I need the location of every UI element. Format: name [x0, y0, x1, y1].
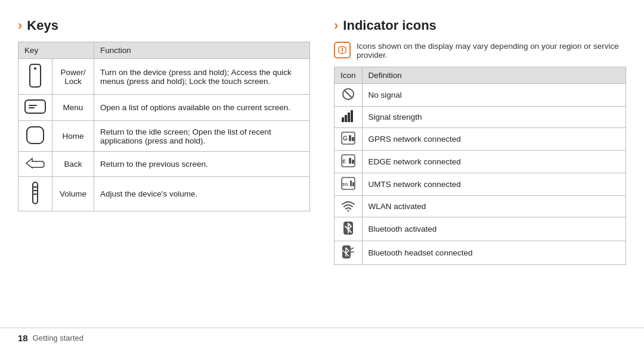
notice-box: Icons shown on the display may vary depe…	[334, 42, 626, 60]
svg-text:E: E	[342, 158, 346, 164]
indicator-icon-gprs: G	[335, 128, 363, 151]
notice-icon	[334, 42, 351, 58]
table-row: Home Return to the idle screen; Open the…	[18, 121, 310, 152]
keys-table: Key Function Power/Lock Turn on the devi…	[18, 42, 310, 211]
svg-rect-15	[342, 117, 344, 122]
svg-text:G: G	[343, 135, 348, 142]
svg-rect-9	[33, 194, 37, 195]
key-function-power: Turn on the device (press and hold); Acc…	[94, 59, 310, 95]
svg-text:3G: 3G	[342, 182, 348, 187]
svg-rect-16	[345, 115, 347, 122]
table-row: E EDGE network connected	[335, 151, 626, 173]
svg-rect-22	[352, 137, 354, 141]
svg-line-34	[351, 248, 354, 250]
keys-col-function: Function	[94, 42, 310, 59]
key-name-back: Back	[52, 152, 94, 177]
chevron-icon: ›	[18, 18, 22, 33]
indicator-icon-bluetooth	[335, 217, 363, 241]
key-function-home: Return to the idle screen; Open the list…	[94, 121, 310, 152]
table-row: No signal	[335, 84, 626, 107]
svg-rect-4	[29, 107, 35, 108]
svg-rect-29	[350, 180, 352, 186]
key-function-menu: Open a list of options available on the …	[94, 95, 310, 121]
key-icon-menu	[18, 95, 52, 121]
indicator-title-text: Indicator icons	[343, 18, 436, 33]
indicator-icon-no-signal	[335, 84, 363, 107]
key-icon-back	[18, 152, 52, 177]
indicator-icon-bluetooth-headset	[335, 241, 363, 265]
indicator-def-bluetooth: Bluetooth activated	[362, 217, 626, 241]
keys-col-key: Key	[18, 42, 94, 59]
table-row: Back Return to the previous screen.	[18, 152, 310, 177]
svg-rect-2	[25, 100, 45, 113]
key-name-home: Home	[52, 121, 94, 152]
page-number: 18	[18, 333, 28, 343]
table-row: Volume Adjust the device's volume.	[18, 177, 310, 211]
keys-title-text: Keys	[27, 18, 58, 33]
svg-rect-8	[33, 190, 37, 191]
table-row: Power/Lock Turn on the device (press and…	[18, 59, 310, 95]
indicator-icon-wlan	[335, 196, 363, 217]
indicator-def-gprs: GPRS network connected	[362, 128, 626, 151]
svg-rect-21	[349, 135, 351, 141]
key-icon-home	[18, 121, 52, 152]
indicator-def-umts: UMTS network connected	[362, 173, 626, 196]
indicator-def-no-signal: No signal	[362, 84, 626, 107]
table-row: Signal strength	[335, 107, 626, 128]
indicator-def-bluetooth-headset: Bluetooth headset connected	[362, 241, 626, 265]
svg-rect-3	[29, 105, 37, 106]
key-name-power: Power/Lock	[52, 59, 94, 95]
indicator-col-icon: Icon	[335, 67, 363, 84]
keys-section: › Keys Key Function	[18, 18, 310, 322]
indicator-col-definition: Definition	[362, 67, 626, 84]
table-row: WLAN activated	[335, 196, 626, 217]
svg-rect-7	[33, 186, 37, 188]
key-function-back: Return to the previous screen.	[94, 152, 310, 177]
key-function-volume: Adjust the device's volume.	[94, 177, 310, 211]
table-row: Bluetooth headset connected	[335, 241, 626, 265]
indicator-icon-signal	[335, 107, 363, 128]
svg-point-31	[347, 210, 349, 212]
indicator-icon-umts: 3G	[335, 173, 363, 196]
keys-title: › Keys	[18, 18, 310, 33]
key-icon-power	[18, 59, 52, 95]
svg-point-1	[34, 67, 36, 70]
svg-rect-26	[352, 160, 354, 164]
chevron-icon-right: ›	[334, 18, 338, 33]
footer-text: Getting started	[33, 334, 83, 342]
svg-line-14	[344, 90, 352, 98]
indicator-section: › Indicator icons Icons shown on the dis…	[334, 18, 626, 322]
table-row: Bluetooth activated	[335, 217, 626, 241]
indicator-def-edge: EDGE network connected	[362, 151, 626, 173]
svg-point-12	[342, 52, 343, 54]
svg-rect-33	[342, 245, 351, 258]
svg-rect-30	[352, 182, 354, 186]
indicator-table: Icon Definition No signal	[334, 67, 626, 265]
indicator-def-signal: Signal strength	[362, 107, 626, 128]
table-row: Menu Open a list of options available on…	[18, 95, 310, 121]
notice-text: Icons shown on the display may vary depe…	[357, 42, 626, 60]
svg-rect-17	[348, 113, 350, 122]
indicator-title: › Indicator icons	[334, 18, 626, 33]
footer: 18 Getting started	[0, 328, 644, 349]
key-name-volume: Volume	[52, 177, 94, 211]
svg-rect-18	[351, 110, 353, 122]
svg-rect-5	[27, 127, 44, 144]
svg-rect-6	[33, 182, 38, 204]
indicator-icon-edge: E	[335, 151, 363, 173]
indicator-def-wlan: WLAN activated	[362, 196, 626, 217]
svg-rect-25	[349, 158, 351, 164]
key-name-menu: Menu	[52, 95, 94, 121]
table-row: G GPRS network connected	[335, 128, 626, 151]
table-row: 3G UMTS network connected	[335, 173, 626, 196]
key-icon-volume	[18, 177, 52, 211]
